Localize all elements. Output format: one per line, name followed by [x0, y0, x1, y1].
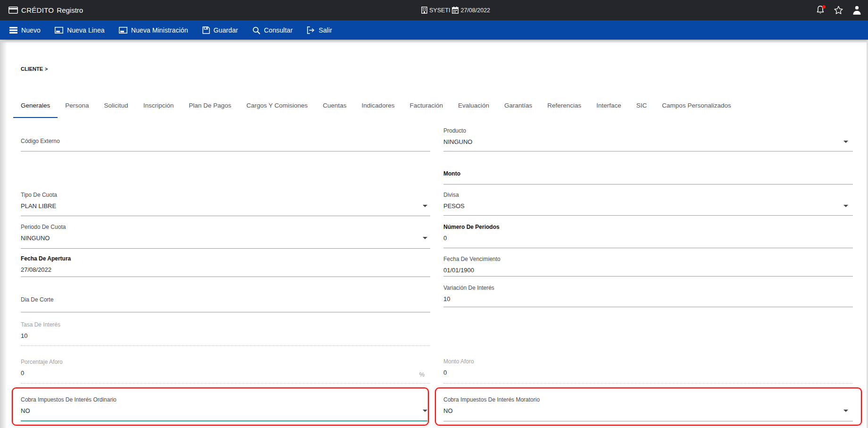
field-underline: [443, 184, 853, 185]
tab-evaluacion[interactable]: Evaluación: [451, 95, 497, 118]
toolbar-label: Guardar: [214, 26, 238, 34]
app-brand: CRÉDITO Registro: [8, 0, 83, 20]
toolbar-nuevo-button[interactable]: Nuevo: [9, 26, 41, 34]
tab-referencias[interactable]: Referencias: [540, 95, 589, 118]
page-title: Registro: [57, 6, 83, 14]
percent-suffix: %: [419, 371, 425, 378]
field-label: Monto: [443, 170, 460, 177]
toolbar-nueva-ministracion-button[interactable]: Nueva Ministración: [119, 26, 188, 34]
tab-interface[interactable]: Interface: [589, 95, 629, 118]
tab-generales[interactable]: Generales: [13, 95, 58, 118]
field-underline: [21, 248, 430, 249]
toolbar-salir-button[interactable]: Salir: [307, 26, 332, 34]
exit-icon: [307, 26, 315, 34]
tab-solicitud[interactable]: Solicitud: [97, 95, 136, 118]
tab-indicadores[interactable]: Indicadores: [354, 95, 402, 118]
field-porcentaje-aforo[interactable]: Porcentaje Aforo 0 %: [21, 359, 430, 385]
session-date: 27/08/2022: [460, 7, 490, 14]
field-underline: [443, 276, 853, 277]
tab-sic[interactable]: SIC: [629, 95, 655, 118]
field-monto-aforo[interactable]: Monto Aforo 0: [443, 358, 853, 384]
field-value: 0: [443, 235, 447, 242]
field-tasa-de-interes[interactable]: Tasa De Interés 10: [21, 321, 430, 347]
new-ministration-icon: [119, 27, 127, 34]
tab-cuentas[interactable]: Cuentas: [315, 95, 354, 118]
field-producto[interactable]: Producto NINGUNO: [443, 127, 853, 153]
tab-campos-personalizados[interactable]: Campos Personalizados: [654, 95, 738, 118]
field-label: Periodo De Cuota: [21, 224, 66, 230]
tab-inscripcion[interactable]: Inscripción: [136, 95, 182, 118]
session-info: SYSETI 27/08/2022: [421, 0, 490, 20]
field-underline: [443, 248, 853, 248]
field-label: Tasa De Interés: [21, 321, 60, 328]
tab-persona[interactable]: Persona: [58, 95, 96, 118]
field-label: Variación De Interés: [443, 285, 494, 291]
toolbar-guardar-button[interactable]: Guardar: [202, 26, 238, 34]
field-underline: [21, 383, 430, 384]
field-underline: [21, 345, 430, 346]
credit-card-icon: [8, 7, 18, 14]
field-label: Monto Aforo: [443, 358, 474, 365]
tab-plan-de-pagos[interactable]: Plan De Pagos: [181, 95, 239, 118]
company-name: SYSETI: [429, 7, 450, 14]
dropdown-arrow-icon[interactable]: [423, 205, 427, 207]
field-label: Número De Periodos: [443, 224, 500, 230]
field-divisa[interactable]: Divisa PESOS: [443, 192, 853, 218]
dropdown-arrow-icon[interactable]: [843, 205, 848, 207]
field-tipo-de-cuota[interactable]: Tipo De Cuota PLAN LIBRE: [21, 192, 430, 218]
field-underline: [443, 383, 853, 384]
toolbar-nueva-linea-button[interactable]: Nueva Linea: [55, 26, 105, 34]
tab-facturacion[interactable]: Facturación: [402, 95, 451, 118]
tab-bar: Generales Persona Solicitud Inscripción …: [13, 95, 739, 118]
toolbar-label: Salir: [318, 26, 332, 34]
app-title: CRÉDITO: [21, 6, 54, 14]
new-icon: [9, 27, 17, 34]
tab-garantias[interactable]: Garantías: [497, 95, 540, 118]
star-icon: [834, 5, 843, 15]
field-variacion-de-interes[interactable]: Variación De Interés 10: [443, 285, 853, 311]
field-dia-de-corte[interactable]: Dia De Corte: [21, 296, 430, 322]
favorites-button[interactable]: [834, 5, 843, 15]
user-icon: [852, 5, 861, 15]
field-underline: [443, 151, 853, 151]
field-label: Dia De Corte: [21, 296, 53, 303]
field-label: Fecha De Vencimiento: [443, 256, 501, 262]
chevron-right-icon: >: [45, 66, 48, 72]
toolbar-consultar-button[interactable]: Consultar: [252, 26, 293, 34]
field-value: PESOS: [443, 202, 465, 210]
field-label: Divisa: [443, 192, 459, 198]
field-underline: [21, 312, 430, 312]
company-icon: [421, 7, 427, 14]
field-label: Código Externo: [21, 138, 60, 144]
dropdown-arrow-icon[interactable]: [843, 141, 848, 143]
highlight-box-moratorio: [435, 387, 862, 426]
user-menu-button[interactable]: [852, 5, 861, 15]
field-underline: [21, 216, 430, 216]
notification-badge: [822, 5, 826, 8]
toolbar-label: Consultar: [264, 26, 293, 34]
field-value: 10: [443, 295, 450, 302]
left-edge-shadow: [0, 40, 7, 428]
field-underline: [443, 307, 853, 307]
calendar-icon: [452, 7, 459, 14]
field-label: Porcentaje Aforo: [21, 359, 63, 365]
toolbar-label: Nuevo: [21, 26, 41, 34]
field-value: 27/08/2022: [21, 266, 51, 273]
field-underline: [21, 277, 430, 277]
field-fecha-de-apertura[interactable]: Fecha De Apertura 27/08/2022: [21, 255, 430, 281]
breadcrumb[interactable]: CLIENTE >: [21, 66, 48, 72]
dropdown-arrow-icon[interactable]: [423, 237, 427, 239]
field-numero-de-periodos[interactable]: Número De Periodos 0: [443, 224, 853, 250]
field-codigo-externo[interactable]: Código Externo: [21, 138, 430, 164]
toolbar-label: Nueva Ministración: [131, 26, 188, 34]
field-value: 10: [21, 332, 27, 339]
highlight-box-ordinario: [12, 387, 429, 426]
tab-cargos-y-comisiones[interactable]: Cargos Y Comisiones: [239, 95, 315, 118]
field-value: PLAN LIBRE: [21, 202, 56, 210]
content-panel: CLIENTE > Generales Persona Solicitud In…: [0, 40, 868, 428]
save-icon: [202, 26, 210, 34]
field-fecha-de-vencimiento[interactable]: Fecha De Vencimiento 01/01/1900: [443, 256, 853, 282]
notifications-button[interactable]: [816, 5, 825, 15]
field-label: Fecha De Apertura: [21, 255, 71, 262]
field-periodo-de-cuota[interactable]: Periodo De Cuota NINGUNO: [21, 224, 430, 250]
